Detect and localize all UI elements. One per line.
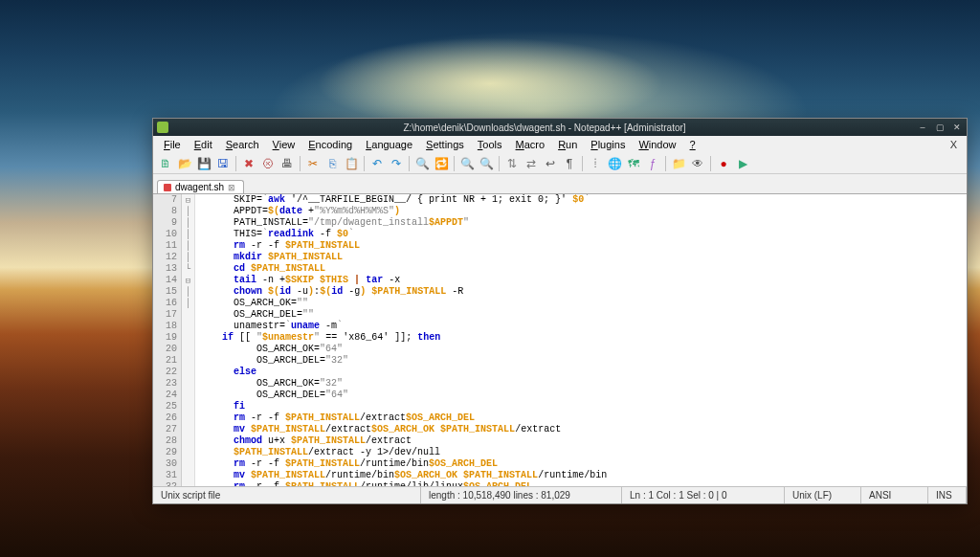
menu-settings[interactable]: Settings xyxy=(419,138,471,151)
editor[interactable]: 7891011121314151617181920212223242526272… xyxy=(153,193,967,486)
status-filetype: Unix script file xyxy=(153,487,421,503)
menu-macro[interactable]: Macro xyxy=(509,138,552,151)
print-icon[interactable]: 🖶 xyxy=(278,155,296,172)
menu-view[interactable]: View xyxy=(266,138,302,151)
find-icon[interactable]: 🔍 xyxy=(413,155,431,172)
zoom-out-icon[interactable]: 🔍 xyxy=(478,155,495,172)
menu-file[interactable]: File xyxy=(157,138,188,151)
status-length: length : 10,518,490 lines : 81,029 xyxy=(421,487,622,503)
paste-icon[interactable]: 📋 xyxy=(343,155,360,172)
minimize-button[interactable]: – xyxy=(917,122,928,133)
status-eol: Unix (LF) xyxy=(785,487,861,503)
maximize-button[interactable]: ▢ xyxy=(934,122,946,133)
zoom-in-icon[interactable]: 🔍 xyxy=(458,155,476,172)
new-file-icon[interactable]: 🗎 xyxy=(157,155,174,172)
monitor-icon[interactable]: 👁 xyxy=(689,155,706,172)
menu-language[interactable]: Language xyxy=(359,138,419,151)
lang-icon[interactable]: 🌐 xyxy=(606,155,623,172)
toolbar: 🗎📂💾🖫✖⮾🖶✂⎘📋↶↷🔍🔁🔍🔍⇅⇄↩¶⦙🌐🗺ƒ📁👁●▶ xyxy=(153,153,967,174)
status-position: Ln : 1 Col : 1 Sel : 0 | 0 xyxy=(622,487,785,503)
status-encoding: ANSI xyxy=(861,487,928,503)
menu-search[interactable]: Search xyxy=(219,138,266,151)
indent-guide-icon[interactable]: ⦙ xyxy=(587,155,604,172)
tab-close-icon[interactable]: ⊠ xyxy=(228,183,235,192)
window-title: Z:\home\denik\Downloads\dwagent.sh - Not… xyxy=(172,123,917,133)
wrap-icon[interactable]: ↩ xyxy=(542,155,559,172)
cut-icon[interactable]: ✂ xyxy=(304,155,322,172)
redo-icon[interactable]: ↷ xyxy=(388,155,405,172)
app-icon xyxy=(157,122,168,133)
fold-margin[interactable]: ⊟│││││└⊟││ xyxy=(182,194,195,486)
statusbar: Unix script file length : 10,518,490 lin… xyxy=(153,486,967,503)
file-type-icon xyxy=(164,184,171,191)
menu-plugins[interactable]: Plugins xyxy=(584,138,632,151)
sync-h-icon[interactable]: ⇄ xyxy=(523,155,540,172)
play-icon[interactable]: ▶ xyxy=(734,155,751,172)
close-button[interactable]: ✕ xyxy=(951,122,963,133)
status-mode: INS xyxy=(928,487,967,503)
menu-tools[interactable]: Tools xyxy=(471,138,509,151)
close-all-icon[interactable]: ⮾ xyxy=(259,155,277,172)
whitespace-icon[interactable]: ¶ xyxy=(561,155,578,172)
copy-icon[interactable]: ⎘ xyxy=(323,155,341,172)
menu-edit[interactable]: Edit xyxy=(188,138,219,151)
code-area[interactable]: SKIP=`awk '/^__TARFILE_BEGIN__/ { print … xyxy=(195,194,967,486)
func-list-icon[interactable]: ƒ xyxy=(644,155,661,172)
menu-encoding[interactable]: Encoding xyxy=(301,138,359,151)
tab-label: dwagent.sh xyxy=(175,182,224,192)
save-all-icon[interactable]: 🖫 xyxy=(214,155,232,172)
line-number-gutter: 7891011121314151617181920212223242526272… xyxy=(153,194,182,486)
close-icon[interactable]: ✖ xyxy=(240,155,257,172)
notepadpp-window: Z:\home\denik\Downloads\dwagent.sh - Not… xyxy=(152,118,968,504)
menubar: FileEditSearchViewEncodingLanguageSettin… xyxy=(153,136,967,153)
menu-run[interactable]: Run xyxy=(551,138,584,151)
record-icon[interactable]: ● xyxy=(715,155,732,172)
doc-map-icon[interactable]: 🗺 xyxy=(625,155,642,172)
tabbar: dwagent.sh ⊠ xyxy=(153,174,967,193)
menu-[interactable]: ? xyxy=(683,138,702,151)
sync-v-icon[interactable]: ⇅ xyxy=(503,155,521,172)
folder-icon[interactable]: 📁 xyxy=(670,155,687,172)
open-file-icon[interactable]: 📂 xyxy=(176,155,193,172)
document-close-button[interactable]: X xyxy=(945,139,963,150)
undo-icon[interactable]: ↶ xyxy=(368,155,386,172)
menu-window[interactable]: Window xyxy=(632,138,682,151)
tab-dwagent[interactable]: dwagent.sh ⊠ xyxy=(157,180,244,193)
save-icon[interactable]: 💾 xyxy=(195,155,212,172)
titlebar[interactable]: Z:\home\denik\Downloads\dwagent.sh - Not… xyxy=(153,119,967,136)
replace-icon[interactable]: 🔁 xyxy=(433,155,450,172)
